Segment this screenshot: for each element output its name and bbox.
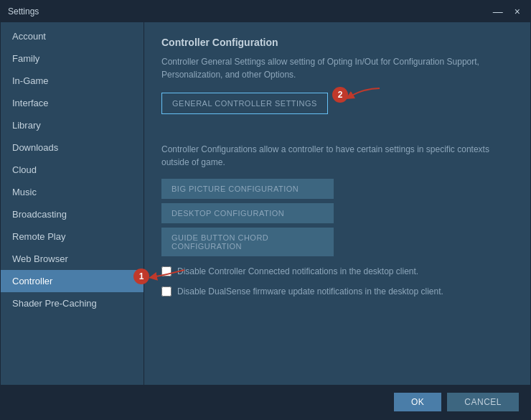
content-scroll: Controller Configuration Controller Gene… <box>144 22 530 385</box>
content-area: Controller Configuration Controller Gene… <box>144 22 530 385</box>
sidebar-item-family[interactable]: Family <box>1 47 144 70</box>
config-btn-guide-button-chord-configuration[interactable]: GUIDE BUTTON CHORD CONFIGURATION <box>161 228 334 256</box>
title-bar-controls: — × <box>490 4 523 19</box>
sidebar-item-library[interactable]: Library <box>1 114 144 136</box>
section-title: Controller Configuration <box>161 37 513 48</box>
checkbox-label-1: Disable DualSense firmware update notifi… <box>177 286 443 297</box>
ok-button[interactable]: OK <box>394 393 441 411</box>
sidebar-item-broadcasting[interactable]: Broadcasting <box>1 203 144 225</box>
main-content: AccountFamilyIn-GameInterfaceLibraryDown… <box>1 22 530 385</box>
window-title: Settings <box>8 6 39 17</box>
sidebar-item-account[interactable]: Account <box>1 25 144 47</box>
close-btn[interactable]: × <box>512 4 523 19</box>
section-desc: Controller General Settings allow settin… <box>161 55 513 81</box>
config-btn-big-picture-configuration[interactable]: BIG PICTURE CONFIGURATION <box>161 179 334 199</box>
sidebar-item-remote-play[interactable]: Remote Play <box>1 225 144 248</box>
config-buttons-list: BIG PICTURE CONFIGURATIONDESKTOP CONFIGU… <box>161 179 513 256</box>
section-desc2: Controller Configurations allow a contro… <box>161 143 513 169</box>
arrow-2-svg <box>342 83 385 111</box>
sidebar-item-music[interactable]: Music <box>1 181 144 203</box>
checkbox-row-0: Disable Controller Connected notificatio… <box>161 266 513 276</box>
checkbox-row-1: Disable DualSense firmware update notifi… <box>161 286 513 297</box>
sidebar: AccountFamilyIn-GameInterfaceLibraryDown… <box>1 22 144 385</box>
cancel-button[interactable]: CANCEL <box>447 393 519 411</box>
footer: OK CANCEL <box>1 385 530 419</box>
badge-2: 2 <box>332 87 348 103</box>
sidebar-item-controller[interactable]: Controller1 <box>1 270 144 292</box>
sidebar-item-cloud[interactable]: Cloud <box>1 159 144 181</box>
badge-1: 1 <box>133 269 149 284</box>
config-btn-desktop-configuration[interactable]: DESKTOP CONFIGURATION <box>161 203 334 223</box>
checkbox-0[interactable] <box>161 266 171 276</box>
minimize-btn[interactable]: — <box>490 4 506 19</box>
sidebar-item-web-browser[interactable]: Web Browser <box>1 248 144 270</box>
title-bar: Settings — × <box>1 1 530 22</box>
checkbox-label-0: Disable Controller Connected notificatio… <box>177 266 418 276</box>
sidebar-item-downloads[interactable]: Downloads <box>1 136 144 159</box>
sidebar-item-interface[interactable]: Interface <box>1 92 144 114</box>
checkbox-1[interactable] <box>161 286 171 297</box>
sidebar-item-shader-pre-caching[interactable]: Shader Pre-Caching <box>1 292 144 314</box>
general-controller-settings-btn[interactable]: GENERAL CONTROLLER SETTINGS <box>161 93 328 114</box>
settings-window: Settings — × AccountFamilyIn-GameInterfa… <box>0 0 531 420</box>
checkboxes-list: Disable Controller Connected notificatio… <box>161 266 513 297</box>
sidebar-item-in-game[interactable]: In-Game <box>1 70 144 92</box>
